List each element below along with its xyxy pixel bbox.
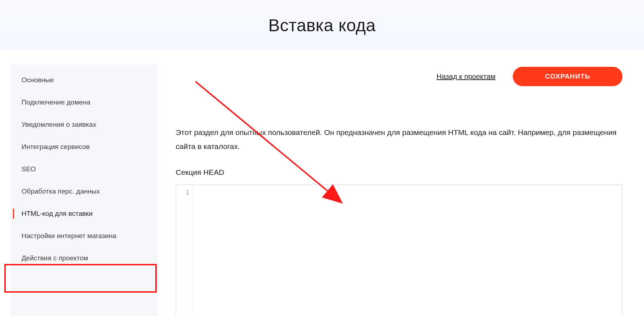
main-top-bar: Назад к проектам СОХРАНИТЬ [176, 67, 622, 86]
sidebar-item-label: Обработка перс. данных [22, 187, 100, 195]
sidebar-item-seo[interactable]: SEO [11, 158, 158, 180]
sidebar-item-notifications[interactable]: Уведомления о заявках [11, 113, 158, 136]
sidebar-item-shop-settings[interactable]: Настройки интернет магазина [11, 225, 158, 247]
section-description: Этот раздел для опытных пользователей. О… [176, 126, 622, 154]
sidebar-item-label: Уведомления о заявках [22, 121, 96, 128]
sidebar-item-general[interactable]: Основные [11, 69, 158, 91]
main-panel: Назад к проектам СОХРАНИТЬ Этот раздел д… [176, 65, 633, 316]
sidebar-item-html-code[interactable]: HTML-код для вставки [11, 203, 158, 225]
code-gutter: 1 [176, 185, 193, 316]
code-editor-head: 1 [176, 185, 622, 316]
back-to-projects-link[interactable]: Назад к проектам [437, 73, 496, 81]
header-band: Вставка кода [0, 0, 644, 50]
sidebar-item-label: Интеграция сервисов [22, 143, 90, 150]
code-textarea[interactable] [193, 185, 622, 316]
sidebar-item-label: HTML-код для вставки [22, 210, 93, 217]
save-button[interactable]: СОХРАНИТЬ [513, 67, 622, 86]
sidebar-item-label: Основные [22, 76, 54, 84]
page-title: Вставка кода [268, 15, 376, 35]
section-head-label: Секция HEAD [176, 168, 622, 177]
sidebar-item-domain[interactable]: Подключение домена [11, 91, 158, 113]
sidebar-item-label: Действия с проектом [22, 254, 88, 262]
sidebar-item-project-actions[interactable]: Действия с проектом [11, 247, 158, 269]
sidebar-item-label: SEO [22, 165, 36, 173]
sidebar-item-label: Настройки интернет магазина [22, 232, 116, 240]
sidebar-item-personal-data[interactable]: Обработка перс. данных [11, 180, 158, 203]
sidebar-item-integrations[interactable]: Интеграция сервисов [11, 136, 158, 158]
sidebar: Основные Подключение домена Уведомления … [11, 65, 158, 316]
line-number: 1 [185, 189, 189, 196]
sidebar-item-label: Подключение домена [22, 98, 90, 106]
content-wrap: Основные Подключение домена Уведомления … [0, 50, 644, 316]
